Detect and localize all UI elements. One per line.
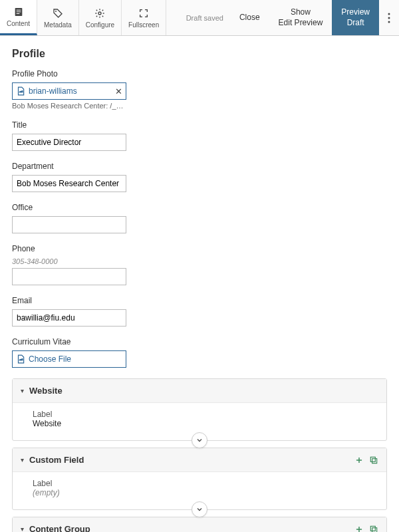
kv-value: (empty) [33,488,376,497]
chevron-down-icon [196,436,203,444]
email-input[interactable] [12,309,126,327]
svg-rect-11 [372,527,377,532]
page-title: Profile [12,48,387,60]
section-body: Label (empty) [13,472,386,509]
field-office: Office [12,203,387,233]
tab-label: Fullscreen [128,21,159,29]
add-button[interactable] [354,525,364,533]
tab-label: Metadata [44,21,72,29]
tab-label: Content [7,20,30,27]
field-label: Office [12,203,387,212]
tag-icon [52,7,64,19]
expand-button[interactable] [192,432,207,448]
content-icon [13,6,25,18]
copy-button[interactable] [369,456,378,465]
section-website: ▾ Website Label Website [12,378,387,441]
section-custom-field: ▾ Custom Field Label (empty) [12,448,387,510]
expand-button[interactable] [192,501,207,517]
svg-rect-12 [370,526,375,531]
field-label: Curriculum Vitae [12,337,387,346]
field-title: Title [12,120,387,151]
more-menu-button[interactable] [379,0,399,35]
field-label: Profile Photo [12,69,387,78]
title-input[interactable] [12,134,126,151]
draft-status: Draft saved [180,0,230,35]
kv-label: Label [33,479,376,488]
toolbar: Content Metadata Configure Fullscreen Dr… [0,0,399,36]
close-button[interactable]: Close [230,0,269,35]
svg-point-8 [388,21,390,23]
more-vertical-icon [388,13,390,23]
clear-file-button[interactable]: ✕ [115,86,122,96]
chevron-down-icon [196,505,203,513]
kv-value: Website [33,419,376,428]
field-label: Department [12,162,387,171]
toolbar-spacer [166,0,179,35]
office-input[interactable] [12,216,126,233]
file-icon [16,86,25,96]
profile-photo-file-chip[interactable]: brian-williams ✕ [12,82,126,100]
section-title: Content Group [29,524,349,532]
svg-point-4 [55,11,57,12]
svg-point-6 [388,13,390,15]
section-body: Label Website [13,403,386,440]
field-email: Email [12,296,387,327]
section-header[interactable]: ▾ Custom Field [13,448,386,472]
section-content-group: ▾ Content Group Heading (empty) [12,517,387,532]
copy-button[interactable] [369,525,378,533]
choose-file-label: Choose File [29,354,122,364]
svg-rect-9 [372,458,377,463]
section-header[interactable]: ▾ Website [13,379,386,403]
section-title: Custom Field [29,455,349,465]
svg-rect-2 [16,11,21,12]
section-title: Website [29,386,378,396]
svg-point-5 [98,12,101,15]
svg-point-7 [388,17,390,19]
tab-configure[interactable]: Configure [79,0,122,35]
svg-rect-1 [16,10,21,11]
tab-content[interactable]: Content [0,0,37,35]
section-actions [354,456,378,465]
fullscreen-icon [138,7,150,19]
svg-rect-3 [16,13,19,14]
chevron-down-icon: ▾ [21,525,24,532]
cv-file-chooser[interactable]: Choose File ✕ [12,350,126,368]
svg-rect-10 [370,457,375,462]
chevron-down-icon: ▾ [21,387,24,394]
field-profile-photo: Profile Photo brian-williams ✕ Bob Moses… [12,69,387,110]
tab-metadata[interactable]: Metadata [37,0,79,35]
field-label: Title [12,120,387,130]
section-actions [354,525,378,533]
section-header[interactable]: ▾ Content Group [13,517,386,532]
tab-label: Configure [86,21,114,29]
chevron-down-icon: ▾ [21,456,24,464]
kv-label: Label [33,410,376,419]
tab-fullscreen[interactable]: Fullscreen [122,0,166,35]
field-help: 305-348-0000 [12,257,387,265]
content-area: Profile Profile Photo brian-williams ✕ B… [0,36,399,532]
phone-input[interactable] [12,268,126,285]
field-department: Department [12,162,387,192]
show-edit-preview-button[interactable]: Show Edit Preview [269,0,332,35]
gear-icon [94,7,106,19]
field-label: Email [12,296,387,305]
department-input[interactable] [12,175,126,192]
file-path: Bob Moses Research Center: /_assets/imag… [12,102,126,110]
preview-draft-button[interactable]: Preview Draft [332,0,379,35]
file-name: brian-williams [29,86,112,96]
file-icon [16,354,25,364]
add-button[interactable] [354,456,364,465]
field-cv: Curriculum Vitae Choose File ✕ [12,337,387,368]
field-label: Phone [12,244,387,253]
field-phone: Phone 305-348-0000 [12,244,387,285]
